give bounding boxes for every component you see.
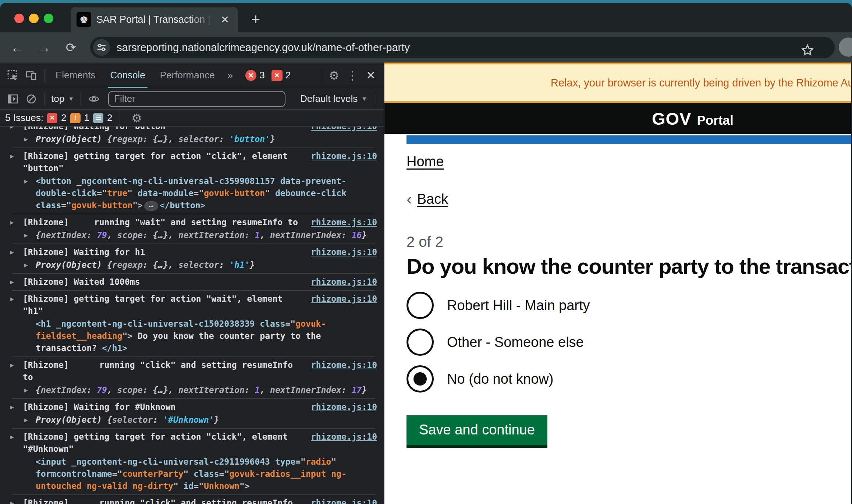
- console-sidebar-icon[interactable]: [4, 90, 22, 108]
- issues-indicator[interactable]: ✕ 2: [271, 70, 291, 81]
- devtools-settings-gear-icon[interactable]: ⚙: [325, 66, 343, 85]
- console-entry[interactable]: <h1 _ngcontent-ng-cli-universal-c1502038…: [0, 317, 384, 355]
- console-entry[interactable]: ▶[Rhizome] getting target for action "cl…: [0, 430, 384, 455]
- expand-triangle-icon[interactable]: ▶: [10, 431, 14, 443]
- expand-triangle-icon[interactable]: ▶: [24, 133, 28, 145]
- forward-icon[interactable]: →: [34, 38, 54, 57]
- radio-option[interactable]: No (do not know): [407, 365, 851, 393]
- new-tab-button[interactable]: +: [247, 11, 264, 28]
- expand-triangle-icon[interactable]: ▶: [10, 497, 14, 504]
- console-entry[interactable]: ▶[Rhizome] Waited 1000msrhizome.js:10: [0, 276, 384, 288]
- expand-triangle-icon[interactable]: ▶: [10, 401, 14, 413]
- expand-triangle-icon[interactable]: ▶: [10, 293, 14, 305]
- console-source-link[interactable]: rhizome.js:10: [311, 216, 377, 228]
- console-source-link[interactable]: rhizome.js:10: [311, 359, 377, 371]
- devtools-menu-kebab-icon[interactable]: ⋮: [343, 66, 362, 85]
- expand-triangle-icon[interactable]: ▶: [10, 246, 14, 258]
- macos-minimize-button[interactable]: [29, 14, 39, 23]
- console-source-link[interactable]: rhizome.js:10: [311, 276, 377, 288]
- expand-triangle-icon[interactable]: ▶: [10, 276, 14, 288]
- radio-option[interactable]: Robert Hill - Main party: [407, 292, 851, 319]
- tab-elements[interactable]: Elements: [48, 63, 103, 88]
- console-source-link[interactable]: rhizome.js:10: [311, 127, 377, 132]
- console-source-link[interactable]: rhizome.js:10: [311, 497, 377, 504]
- issue-warning-count: 1: [84, 112, 89, 124]
- context-value: top: [51, 93, 64, 104]
- radio-unselected-icon[interactable]: [407, 329, 434, 356]
- expand-triangle-icon[interactable]: ▶: [10, 359, 14, 371]
- bookmark-star-icon[interactable]: [800, 43, 815, 58]
- tab-close-icon[interactable]: ✕: [217, 12, 232, 27]
- issue-error-count: 2: [61, 112, 66, 124]
- console-entry[interactable]: ▶{nextIndex: 79, scope: {…}, nextIterati…: [0, 384, 384, 397]
- devtools-close-icon[interactable]: ✕: [362, 66, 380, 85]
- console-entry[interactable]: ▶Proxy(Object) {selector: '#Unknown'}: [0, 414, 384, 426]
- tab-performance[interactable]: Performance: [153, 63, 222, 88]
- expand-triangle-icon[interactable]: ▶: [24, 175, 28, 187]
- radio-selected-icon[interactable]: [407, 365, 434, 393]
- save-and-continue-button[interactable]: Save and continue: [407, 415, 547, 445]
- javascript-context-dropdown[interactable]: top ▼: [48, 93, 77, 104]
- console-entry[interactable]: ▶[Rhizome] running "click" and setting r…: [0, 497, 384, 504]
- console-entry[interactable]: ▶[Rhizome] running "click" and setting r…: [0, 359, 384, 384]
- crown-favicon-icon: ♚: [77, 12, 91, 27]
- console-entry[interactable]: ▶[Rhizome] Waiting for buttonrhizome.js:…: [0, 127, 384, 133]
- back-icon[interactable]: ←: [7, 38, 27, 57]
- clear-console-icon[interactable]: [22, 90, 40, 108]
- console-entry[interactable]: <input _ngcontent-ng-cli-universal-c2911…: [0, 455, 384, 493]
- radio-unselected-icon[interactable]: [407, 292, 434, 319]
- console-source-link[interactable]: rhizome.js:10: [311, 431, 377, 443]
- console-error-indicator[interactable]: ✕ 3: [245, 70, 265, 81]
- expand-triangle-icon[interactable]: ▶: [10, 127, 14, 132]
- console-entry[interactable]: ▶[Rhizome] getting target for action "cl…: [0, 150, 384, 175]
- console-entry[interactable]: ▶[Rhizome] running "wait" and setting re…: [0, 216, 384, 229]
- more-tabs-icon[interactable]: »: [222, 70, 239, 81]
- issue-flag-icon: ✕: [271, 70, 283, 81]
- browser-tab[interactable]: ♚ SAR Portal | Transaction | Oth ✕: [71, 7, 238, 32]
- tab-strip: ♚ SAR Portal | Transaction | Oth ✕ +: [0, 3, 852, 32]
- console-entry[interactable]: ▶Proxy(Object) {regexp: {…}, selector: '…: [0, 133, 384, 146]
- tab-console[interactable]: Console: [103, 63, 152, 88]
- reload-icon[interactable]: ⟳: [61, 38, 81, 57]
- console-entry[interactable]: ▶Proxy(Object) {regexp: {…}, selector: '…: [0, 259, 384, 271]
- log-levels-dropdown[interactable]: Default levels ▼: [297, 93, 370, 104]
- expand-triangle-icon[interactable]: ▶: [10, 150, 14, 162]
- console-source-link[interactable]: rhizome.js:10: [311, 293, 377, 305]
- console-message: Proxy(Object) {selector: '#Unknown'}: [36, 414, 377, 426]
- home-link[interactable]: Home: [407, 154, 444, 170]
- radio-label[interactable]: No (do not know): [447, 371, 553, 387]
- radio-label[interactable]: Robert Hill - Main party: [447, 298, 590, 313]
- console-entry[interactable]: ▶[Rhizome] Waiting for h1rhizome.js:10: [0, 246, 384, 259]
- console-source-link[interactable]: rhizome.js:10: [311, 401, 377, 413]
- console-source-link[interactable]: rhizome.js:10: [311, 246, 377, 258]
- radio-label[interactable]: Other - Someone else: [447, 334, 584, 350]
- console-log[interactable]: ▶[Rhizome] Waiting for buttonrhizome.js:…: [0, 127, 384, 504]
- macos-zoom-button[interactable]: [44, 14, 53, 23]
- console-entry[interactable]: ▶[Rhizome] Waiting for #Unknownrhizome.j…: [0, 401, 384, 414]
- inspect-element-icon[interactable]: [4, 66, 22, 85]
- console-message: [Rhizome] Waiting for h1: [23, 246, 306, 258]
- profile-avatar[interactable]: [839, 38, 852, 57]
- url-text[interactable]: sarsreporting.nationalcrimeagency.gov.uk…: [117, 42, 410, 54]
- console-source-link[interactable]: rhizome.js:10: [311, 150, 377, 162]
- console-entry[interactable]: ▶[Rhizome] getting target for action "wa…: [0, 292, 384, 317]
- live-expression-eye-icon[interactable]: [85, 90, 103, 108]
- expand-triangle-icon[interactable]: ▶: [24, 414, 28, 426]
- url-bar[interactable]: sarsreporting.nationalcrimeagency.gov.uk…: [90, 37, 835, 58]
- issues-settings-gear-icon[interactable]: ⚙: [127, 109, 146, 127]
- console-filter-input[interactable]: Filter: [108, 91, 285, 107]
- radio-option[interactable]: Other - Someone else: [407, 329, 851, 356]
- expand-triangle-icon[interactable]: ▶: [10, 216, 14, 228]
- issues-summary-label[interactable]: 5 Issues:: [5, 112, 43, 124]
- site-settings-icon[interactable]: [93, 39, 110, 56]
- console-separator: [13, 398, 375, 399]
- console-entry[interactable]: ▶<button _ngcontent-ng-cli-universal-c35…: [0, 175, 384, 212]
- expand-triangle-icon[interactable]: ▶: [24, 229, 28, 241]
- expand-triangle-icon[interactable]: ▶: [24, 384, 28, 396]
- gov-portal-logo[interactable]: GOV Portal: [384, 109, 734, 129]
- back-link[interactable]: Back: [417, 191, 448, 207]
- device-toolbar-icon[interactable]: [22, 66, 40, 85]
- expand-triangle-icon[interactable]: ▶: [24, 259, 28, 271]
- console-entry[interactable]: ▶{nextIndex: 79, scope: {…}, nextIterati…: [0, 229, 384, 242]
- macos-close-button[interactable]: [14, 14, 24, 23]
